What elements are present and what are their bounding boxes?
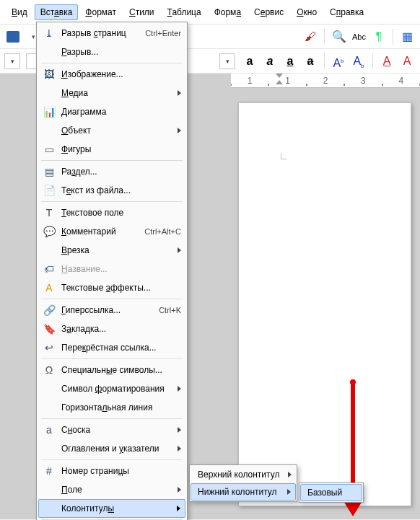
menuitem-сноска[interactable]: aСноска [38,420,185,439]
ruler-tick: 1 [268,76,306,86]
menuitem-shortcut: Ctrl+K [159,306,181,314]
clear-formatting-button[interactable]: 🖌 [302,28,319,45]
menuitem-изображение[interactable]: 🖼Изображение... [38,65,185,84]
bold-button[interactable]: a [241,53,258,70]
spellcheck-button[interactable]: Abc [350,28,367,45]
superscript-button[interactable]: Ab [330,53,347,70]
menuitem-shortcut: Ctrl+Alt+C [144,227,181,236]
menuitem-врезка[interactable]: Врезка [38,241,185,260]
menuitem-label: Диаграмма [61,107,181,117]
menuitem-label: Текст из файла... [61,185,181,195]
menuitem-label: Комментарий [61,226,139,237]
menuitem-объект[interactable]: Объект [38,121,185,140]
fontsize-dropdown[interactable] [219,53,235,69]
fontcolor-button[interactable]: A [398,53,416,70]
omega-icon: Ω [43,363,56,376]
horizontal-ruler[interactable]: 1 1 2 3 4 [231,74,420,88]
shapes-icon: ▭ [43,143,56,156]
footer-style-submenu: Базовый [299,482,364,503]
underline-button[interactable]: a [281,53,299,70]
menuitem-специальныесимволы[interactable]: ΩСпециальные символы... [38,361,185,379]
clear-button[interactable]: A [378,53,395,70]
find-button[interactable]: 🔍 [330,28,347,45]
no-icon [43,401,56,414]
strike-button[interactable]: a [302,53,319,70]
footer-submenu-item[interactable]: Нижний колонтитул [191,483,296,501]
menuitem-label: Номер страницы [61,466,181,476]
menuitem-разрывстраниц[interactable]: ⤓Разрыв страницCtrl+Enter [38,24,185,43]
italic-button[interactable]: a [261,53,279,70]
menuitem-номерстраницы[interactable]: #Номер страницы [38,462,185,480]
page-break-icon: ⤓ [43,27,56,40]
menuitem-текстовыеэффекты[interactable]: AТекстовые эффекты... [38,278,185,297]
menuitem-label: Специальные символы... [61,365,181,375]
comment-icon: 💬 [43,225,56,238]
menuitem-поле[interactable]: Поле [38,480,185,499]
menuitem-label: Раздел... [61,167,181,177]
menuitem-label: Название... [61,264,181,274]
menu-view[interactable]: Вид [6,4,33,20]
menuitem-разрыв[interactable]: Разрыв... [38,43,185,61]
menuitem-label: Объект [61,125,181,136]
annotation-arrow [351,384,355,499]
footer-default-item[interactable]: Базовый [300,484,362,501]
menuitem-перекрстнаяссылка[interactable]: ↩Перекрёстная ссылка... [38,338,185,357]
ruler-tick: 2 [307,76,344,86]
image-icon: 🖼 [43,68,56,81]
menuitem-label: Поле [61,485,181,495]
menuitem-символформатирования[interactable]: Символ форматирования [38,379,185,398]
menuitem-label: Сноска [61,425,181,435]
document-page[interactable] [238,102,411,506]
menuitem-горизонтальнаялиния[interactable]: Горизонтальная линия [38,398,185,417]
menubar: Вид Вставка Формат Стили Таблица Форма С… [0,0,420,25]
insert-dropdown-menu: ⤓Разрыв страницCtrl+EnterРазрыв...🖼Изобр… [36,22,188,520]
table-insert-button[interactable]: ▦ [398,28,416,45]
menu-format[interactable]: Формат [79,4,122,20]
menuitem-оглавленияиуказатели[interactable]: Оглавления и указатели [38,439,185,458]
menuitem-текстовоеполе[interactable]: TТекстовое поле [38,203,185,222]
menuitem-label: Разрыв... [61,47,181,57]
menuitem-раздел[interactable]: ▤Раздел... [38,162,185,181]
menuitem-label: Текстовые эффекты... [61,283,181,293]
menuitem-shortcut: Ctrl+Enter [145,29,181,38]
footnote-icon: a [43,423,56,436]
menuitem-label: Символ форматирования [61,384,181,394]
textbox-icon: T [43,206,56,219]
menu-insert[interactable]: Вставка [35,4,79,20]
no-icon [43,483,56,496]
menuitem-гиперссылка[interactable]: 🔗Гиперссылка...Ctrl+K [38,301,185,320]
text-cursor-marker [281,154,286,159]
menu-window[interactable]: Окно [291,4,323,20]
no-icon [43,442,56,455]
menuitem-label: Разрыв страниц [61,28,139,38]
subscript-button[interactable]: Ab [350,53,367,70]
menuitem-label: Медиа [61,88,181,98]
menuitem-колонтитулы[interactable]: Колонтитулы [38,499,185,518]
ruler-tick: 4 [382,76,420,86]
caption-icon: 🏷 [43,263,56,276]
menuitem-диаграмма[interactable]: 📊Диаграмма [38,102,185,121]
menu-styles[interactable]: Стили [123,4,160,20]
header-submenu-item[interactable]: Верхний колонтитул [191,466,296,483]
save-button[interactable] [4,28,22,45]
no-icon [43,382,56,395]
formatting-marks-button[interactable]: ¶ [370,28,388,45]
bookmark-icon: 🔖 [43,322,56,335]
menuitem-label: Закладка... [61,324,181,334]
menuitem-label: Гиперссылка... [61,305,153,315]
style-dropdown[interactable] [4,53,20,69]
menuitem-фигуры[interactable]: ▭Фигуры [38,140,185,159]
menuitem-label: Врезка [61,245,181,255]
menu-service[interactable]: Сервис [248,4,289,20]
menuitem-медиа[interactable]: Медиа [38,84,185,102]
menuitem-закладка[interactable]: 🔖Закладка... [38,320,185,338]
menu-form[interactable]: Форма [209,4,247,20]
menu-table[interactable]: Таблица [162,4,207,20]
menu-help[interactable]: Справка [324,4,369,20]
menuitem-label: Горизонтальная линия [61,402,181,413]
menuitem-комментарий[interactable]: 💬КомментарийCtrl+Alt+C [38,222,185,241]
menuitem-текстизфайла[interactable]: 📄Текст из файла... [38,181,185,200]
texteffects-icon: A [43,281,56,294]
ruler-tick: 3 [344,76,382,86]
pagenum-icon: # [43,464,56,477]
